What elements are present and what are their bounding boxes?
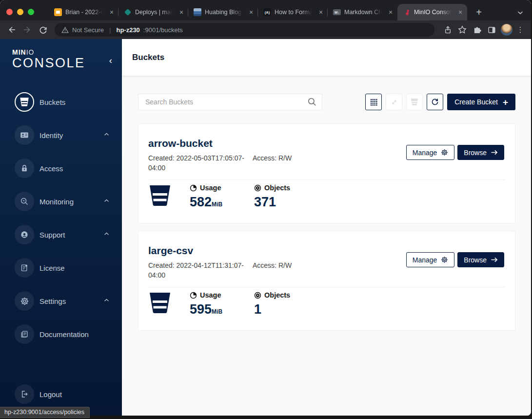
chevron-up-icon[interactable]	[104, 299, 109, 302]
tab-title: Brian - 2022-0	[65, 9, 104, 16]
tab-how-to-format[interactable]: How to Forma	[258, 4, 328, 20]
objects-icon	[254, 292, 261, 299]
sidebar-item-label: License	[39, 264, 65, 272]
browser-window: Brian - 2022-0 Deploys | maid Huabing Bl…	[0, 0, 531, 416]
browser-menu-icon[interactable]	[515, 23, 525, 36]
new-tab-button[interactable]	[472, 5, 486, 19]
bookmark-star-icon[interactable]	[456, 23, 469, 36]
usage-metric: Usage 582MiB	[190, 184, 236, 209]
url-host: hp-z230	[116, 26, 139, 34]
sidebar-nav: Buckets Identity Access	[0, 85, 122, 351]
grid-view-button[interactable]	[365, 94, 382, 110]
sidebar-item-label: Access	[39, 164, 63, 173]
sidebar-item-documentation[interactable]: Documentation	[0, 318, 122, 351]
close-icon[interactable]	[387, 8, 394, 16]
tab-title: How to Forma	[275, 9, 314, 16]
created-line2: 04:00	[148, 163, 253, 173]
browse-label: Browse	[464, 149, 487, 157]
usage-metric: Usage 595MiB	[190, 291, 236, 316]
browser-toolbar: Not Secure | hp-z230 :9001/buckets	[0, 20, 531, 39]
tab-minio-console[interactable]: MinIO Console	[397, 4, 467, 20]
divider	[148, 180, 505, 180]
zoom-window-button[interactable]	[28, 9, 34, 15]
divider	[148, 287, 505, 287]
book-icon	[15, 324, 34, 344]
search-input[interactable]	[138, 94, 322, 110]
tab-title: Markdown Che	[344, 9, 383, 16]
tab-huabing-blog[interactable]: Huabing Blog |	[188, 4, 258, 20]
sidebar-item-buckets[interactable]: Buckets	[0, 85, 122, 119]
tab-title: Huabing Blog |	[205, 9, 244, 16]
sidebar-item-settings[interactable]: Settings	[0, 284, 122, 318]
share-icon[interactable]	[441, 23, 454, 36]
manage-button[interactable]: Manage	[406, 145, 455, 160]
usage-label: Usage	[200, 184, 221, 192]
tab-brian[interactable]: Brian - 2022-0	[49, 4, 118, 20]
side-panel-icon[interactable]	[485, 23, 498, 36]
browse-label: Browse	[464, 256, 487, 264]
objects-metric: Objects 1	[254, 291, 300, 316]
minimize-window-button[interactable]	[17, 9, 23, 15]
address-bar[interactable]: Not Secure | hp-z230 :9001/buckets	[55, 23, 434, 37]
usage-pie-icon	[190, 292, 197, 299]
chevron-up-icon[interactable]	[104, 199, 109, 202]
created-line1: Created: 2022-04-12T11:31:07-	[148, 260, 253, 270]
usage-value: 595	[190, 302, 212, 317]
browse-button[interactable]: Browse	[457, 145, 504, 160]
sidebar-collapse-icon[interactable]	[109, 56, 112, 65]
gear-icon	[15, 291, 34, 311]
bucket-created: Created: 2022-05-03T17:05:07- 04:00	[148, 153, 253, 173]
usage-unit: MiB	[212, 308, 222, 315]
tab-deploys[interactable]: Deploys | maid	[118, 4, 188, 20]
tab-markdown[interactable]: Markdown Che	[328, 4, 397, 20]
manage-label: Manage	[413, 149, 437, 157]
separator: |	[109, 26, 111, 34]
usage-label: Usage	[200, 291, 221, 299]
chevron-up-icon[interactable]	[104, 133, 109, 136]
close-icon[interactable]	[177, 8, 185, 16]
sidebar-item-license[interactable]: License	[0, 251, 122, 284]
logout-icon	[15, 384, 34, 404]
sidebar-item-access[interactable]: Access	[0, 152, 122, 185]
close-icon[interactable]	[317, 8, 325, 16]
sidebar-item-label: Logout	[39, 390, 62, 399]
flamingo-icon	[403, 8, 411, 16]
extensions-puzzle-icon[interactable]	[471, 23, 483, 36]
manage-button[interactable]: Manage	[406, 252, 455, 267]
avatar[interactable]	[501, 24, 512, 36]
status-url-tooltip: hp-z230:9001/access/policies	[0, 407, 90, 418]
tab-title: Deploys | maid	[135, 9, 174, 16]
logo-min: MIN	[12, 48, 26, 56]
objects-metric: Objects 371	[254, 184, 300, 209]
sidebar-item-label: Support	[39, 231, 65, 239]
back-button[interactable]	[5, 23, 19, 37]
sidebar-item-logout[interactable]: Logout	[0, 378, 137, 411]
sidebar-item-support[interactable]: Support	[0, 218, 122, 251]
bucket-icon	[148, 291, 172, 315]
manage-label: Manage	[413, 256, 437, 264]
warning-icon	[61, 26, 69, 34]
forward-button[interactable]	[20, 23, 34, 37]
sidebar-item-label: Buckets	[39, 98, 65, 106]
chevron-up-icon[interactable]	[104, 232, 109, 236]
sidebar: MINIO CONSOLE Buckets Identity	[0, 39, 122, 416]
close-icon[interactable]	[456, 8, 464, 16]
refresh-button[interactable]	[427, 94, 443, 110]
close-icon[interactable]	[247, 8, 255, 16]
browse-button[interactable]: Browse	[457, 252, 504, 267]
sidebar-item-identity[interactable]: Identity	[0, 119, 122, 152]
lock-icon	[15, 159, 34, 178]
plus-icon	[503, 98, 508, 107]
magnifier-icon	[15, 192, 34, 211]
tab-title: MinIO Console	[414, 9, 453, 16]
create-bucket-button[interactable]: Create Bucket	[447, 94, 515, 110]
sidebar-item-monitoring[interactable]: Monitoring	[0, 185, 122, 218]
license-icon	[15, 258, 34, 278]
close-icon[interactable]	[108, 8, 116, 16]
page-title: Buckets	[132, 53, 164, 62]
reload-button[interactable]	[36, 23, 50, 37]
close-window-button[interactable]	[6, 9, 13, 15]
tab-search-chevron-icon[interactable]	[517, 11, 523, 15]
diamond-icon	[124, 8, 132, 16]
bucket-card: arrow-bucket Created: 2022-05-03T17:05:0…	[138, 123, 515, 223]
